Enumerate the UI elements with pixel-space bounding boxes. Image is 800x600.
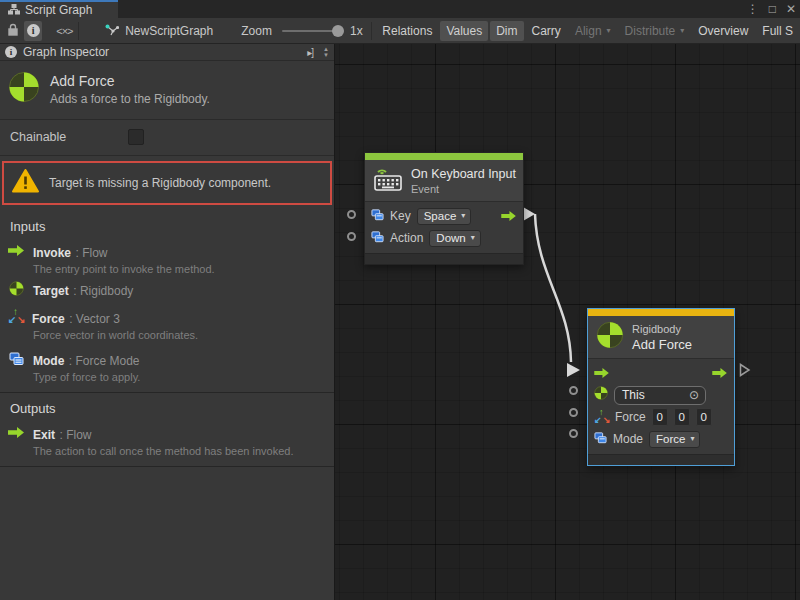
vector3-icon: ↑ ↙ ↘ xyxy=(594,410,609,425)
port-flow-output[interactable] xyxy=(739,363,751,377)
warning-icon xyxy=(12,169,39,197)
node-footer xyxy=(588,454,734,465)
fullscreen-button[interactable]: Full S xyxy=(756,21,799,41)
enum-icon xyxy=(594,430,607,448)
this-row: This ⊙ xyxy=(594,384,728,406)
outputs-section-title: Outputs xyxy=(0,393,334,420)
warning-box: Target is missing a Rigidbody component. xyxy=(2,161,332,205)
key-row: Key Space ▾ xyxy=(371,205,517,227)
key-dropdown[interactable]: Space ▾ xyxy=(417,208,472,225)
lock-button[interactable] xyxy=(4,21,22,41)
zoom-slider-handle[interactable] xyxy=(332,25,344,37)
mode-label: Mode xyxy=(613,432,643,446)
node-subtitle: Event xyxy=(411,183,516,195)
input-item-description: Force vector in world coordinates. xyxy=(0,329,334,342)
port-force-input[interactable] xyxy=(569,408,578,417)
inspector-title: Graph Inspector xyxy=(23,45,301,59)
flow-arrow-icon xyxy=(8,425,25,440)
align-dropdown[interactable]: Align ▾ xyxy=(569,21,617,41)
unit-info-block: Add Force Adds a force to the Rigidbody. xyxy=(0,61,334,120)
port-mode-input[interactable] xyxy=(569,429,578,438)
tab-script-graph[interactable]: Script Graph xyxy=(0,0,118,18)
window-menu-icon[interactable]: ⋮ xyxy=(747,0,759,18)
input-item-invoke: Invoke : Flow xyxy=(0,238,334,263)
panel-spinner[interactable]: ▲ ▼ xyxy=(323,46,329,58)
warning-text: Target is missing a Rigidbody component. xyxy=(49,176,271,190)
chainable-label: Chainable xyxy=(10,130,128,144)
force-x-field[interactable]: 0 xyxy=(652,408,668,426)
zoom-slider[interactable] xyxy=(282,30,342,32)
rigidbody-icon xyxy=(8,71,40,107)
port-action-input[interactable] xyxy=(347,232,356,241)
relations-button[interactable]: Relations xyxy=(376,21,438,41)
port-this-input[interactable] xyxy=(569,386,578,395)
window-close-icon[interactable]: ✕ xyxy=(786,0,796,18)
node-add-force[interactable]: Rigidbody Add Force xyxy=(587,308,735,466)
mode-dropdown[interactable]: Force ▾ xyxy=(649,431,700,448)
chevron-down-icon: ▾ xyxy=(690,434,694,443)
node-header[interactable]: Rigidbody Add Force xyxy=(588,316,734,359)
chainable-checkbox[interactable] xyxy=(128,129,144,145)
info-icon: i xyxy=(27,24,40,37)
force-row: ↑ ↙ ↘ Force 0 0 0 xyxy=(594,406,728,428)
hierarchy-icon xyxy=(8,1,20,19)
graph-inspector-panel: i Graph Inspector ▸] ▲ ▼ Add Force Adds … xyxy=(0,44,335,600)
inputs-section-title: Inputs xyxy=(0,211,334,238)
dim-button[interactable]: Dim xyxy=(490,21,523,41)
distribute-dropdown[interactable]: Distribute ▾ xyxy=(619,21,691,41)
node-kicker: Rigidbody xyxy=(632,323,692,335)
chevron-down-icon: ▾ xyxy=(471,233,475,242)
force-z-field[interactable]: 0 xyxy=(696,408,712,426)
node-on-keyboard-input[interactable]: On Keyboard Input Event Key Spac xyxy=(364,152,524,265)
chevron-down-icon[interactable]: ▼ xyxy=(323,52,329,58)
toolbar-separator xyxy=(371,22,372,40)
dock-icon[interactable]: ▸] xyxy=(307,47,313,58)
flow-out-arrow-icon[interactable] xyxy=(712,364,728,382)
flow-in-arrow-icon[interactable] xyxy=(594,364,610,382)
zoom-label: Zoom xyxy=(241,24,272,38)
unit-description: Adds a force to the Rigidbody. xyxy=(50,92,210,106)
flow-row xyxy=(594,362,728,384)
flow-arrow-icon xyxy=(8,243,25,258)
action-dropdown[interactable]: Down ▾ xyxy=(429,230,480,247)
tab-label: Script Graph xyxy=(25,3,92,17)
port-key-input[interactable] xyxy=(347,210,356,219)
section-divider xyxy=(0,466,334,467)
overview-button[interactable]: Overview xyxy=(692,21,754,41)
enum-icon xyxy=(371,207,384,225)
rigidbody-icon xyxy=(596,321,624,353)
zoom-value: 1x xyxy=(350,24,363,38)
action-row: Action Down ▾ xyxy=(371,227,517,249)
graph-asset-icon xyxy=(105,22,119,40)
inspector-toggle-button[interactable]: i xyxy=(24,21,42,41)
node-title: On Keyboard Input xyxy=(411,167,516,181)
object-picker-icon[interactable]: ⊙ xyxy=(689,388,699,402)
input-item-mode: Mode : Force Mode xyxy=(0,342,334,371)
graph-toolbar: i <×> NewScriptGraph Zoom 1x Relations V… xyxy=(0,18,800,44)
input-item-force: ↑ ↙ ↘ Force : Vector 3 xyxy=(0,301,334,329)
flow-out-arrow-icon[interactable] xyxy=(501,207,517,225)
values-button[interactable]: Values xyxy=(440,21,488,41)
mode-row: Mode Force ▾ xyxy=(594,428,728,450)
input-item-description: The entry point to invoke the method. xyxy=(0,263,334,276)
force-label: Force xyxy=(615,410,646,424)
rigidbody-icon xyxy=(8,281,25,296)
output-item-exit: Exit : Flow xyxy=(0,420,334,445)
carry-button[interactable]: Carry xyxy=(526,21,567,41)
node-accent-bar xyxy=(588,309,734,316)
rigidbody-icon xyxy=(594,386,608,404)
graph-name-label[interactable]: NewScriptGraph xyxy=(125,24,213,38)
graph-canvas[interactable]: On Keyboard Input Event Key Spac xyxy=(335,44,800,600)
window-maximize-icon[interactable]: □ xyxy=(769,0,776,18)
node-header[interactable]: On Keyboard Input Event xyxy=(365,160,523,202)
node-accent-bar xyxy=(365,153,523,160)
keyboard-icon xyxy=(373,165,403,196)
lock-icon xyxy=(7,23,19,39)
info-icon: i xyxy=(5,46,17,58)
this-object-field[interactable]: This ⊙ xyxy=(614,386,706,405)
unit-title: Add Force xyxy=(50,73,210,89)
enum-icon xyxy=(8,351,25,366)
code-preview-button[interactable]: <×> xyxy=(55,21,73,41)
chevron-down-icon: ▾ xyxy=(461,211,465,220)
force-y-field[interactable]: 0 xyxy=(674,408,690,426)
